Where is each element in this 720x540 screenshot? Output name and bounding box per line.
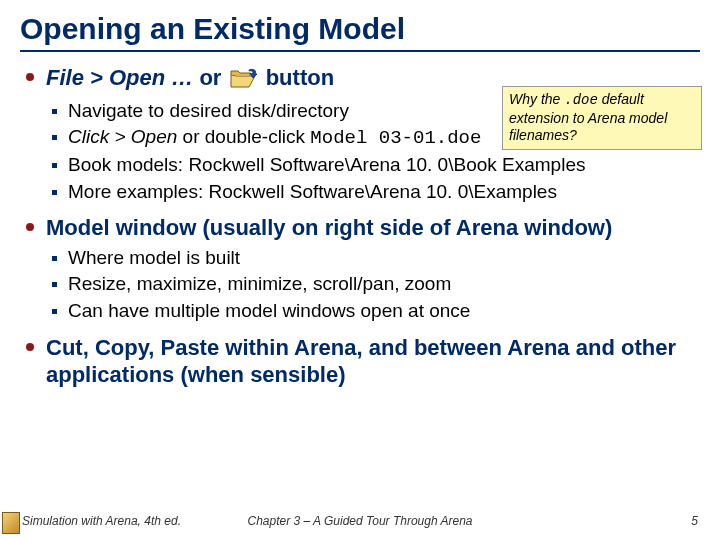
b2-s3: Can have multiple model windows open at … <box>46 299 700 324</box>
callout-ext: .doe <box>564 92 598 108</box>
b1-s4: More examples: Rockwell Software\Arena 1… <box>46 180 700 205</box>
footer-chapter: Chapter 3 – A Guided Tour Through Arena <box>247 514 472 528</box>
file-open-icon <box>230 67 258 95</box>
bullet-3-headline: Cut, Copy, Paste within Arena, and betwe… <box>46 335 676 388</box>
footer-page: 5 <box>691 514 698 528</box>
callout-note: Why the .doe default extension to Arena … <box>502 86 702 150</box>
callout-text-pre: Why the <box>509 91 564 107</box>
b1-s2-pre: Click > Open <box>68 126 177 147</box>
bullet-2-subs: Where model is built Resize, maximize, m… <box>46 246 700 324</box>
b1-or: or <box>199 65 221 90</box>
b1-s3: Book models: Rockwell Software\Arena 10.… <box>46 153 700 178</box>
b2-s1: Where model is built <box>46 246 700 271</box>
b1-file-open: File > Open … <box>46 65 199 90</box>
book-thumbnail-icon <box>2 512 20 534</box>
b1-s2-mid: or double-click <box>177 126 310 147</box>
b1-s2-mono: Model 03-01.doe <box>310 127 481 149</box>
b1-button: button <box>266 65 334 90</box>
bullet-2-headline: Model window (usually on right side of A… <box>46 215 612 240</box>
slide: Opening an Existing Model Why the .doe d… <box>0 0 720 540</box>
bullet-2: Model window (usually on right side of A… <box>20 214 700 324</box>
bullet-1-headline: File > Open … or button <box>46 65 334 90</box>
footer: Simulation with Arena, 4th ed. Chapter 3… <box>0 514 720 534</box>
title-divider <box>20 50 700 52</box>
b2-s2: Resize, maximize, minimize, scroll/pan, … <box>46 272 700 297</box>
bullet-3: Cut, Copy, Paste within Arena, and betwe… <box>20 334 700 389</box>
footer-book: Simulation with Arena, 4th ed. <box>22 514 181 528</box>
slide-title: Opening an Existing Model <box>20 12 700 46</box>
